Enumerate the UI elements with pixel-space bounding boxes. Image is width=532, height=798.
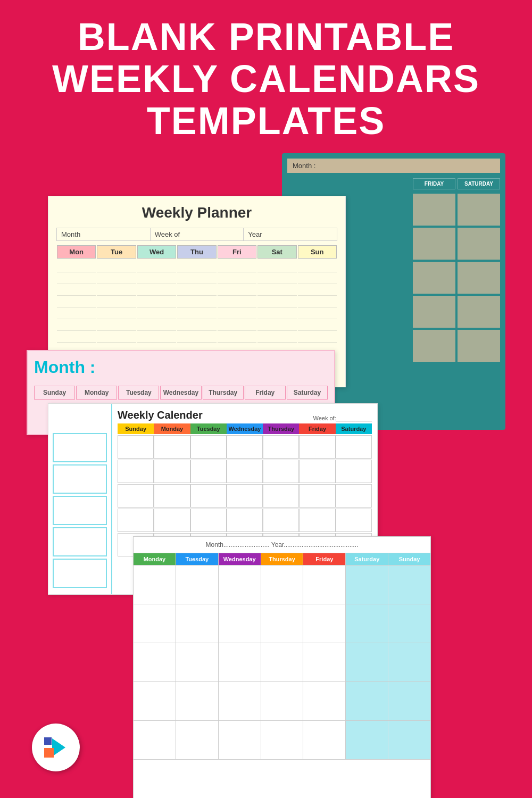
teal-cell — [458, 228, 500, 260]
planner-day-wed: Wed — [137, 245, 176, 259]
colorful-grid-row — [118, 509, 372, 532]
page-title: BLANK PRINTABLE WEEKLY CALENDARS TEMPLAT… — [21, 16, 511, 143]
weekly-planner-title: Weekly Planner — [56, 204, 337, 221]
colorful-day-thu: Thursday — [263, 423, 299, 434]
planner-week-of: Week of — [151, 228, 244, 240]
teal-cell — [413, 194, 455, 226]
calendars-container: Month : FRIDAY SATURDAY Weekly — [27, 153, 505, 765]
bottom-grid-row — [134, 721, 430, 760]
planner-col — [137, 261, 176, 343]
pink-day-sunday: Sunday — [34, 386, 75, 400]
colorful-day-wed: Wednesday — [227, 423, 263, 434]
pink-day-monday: Monday — [76, 386, 117, 400]
planner-meta-row: Month Week of Year — [56, 228, 337, 241]
svg-marker-0 — [52, 738, 65, 757]
colorful-week-of: Week of:___________ — [313, 415, 372, 421]
bottom-grid-row — [134, 682, 430, 721]
bottom-grid-row — [134, 604, 430, 643]
pink-day-saturday: Saturday — [287, 386, 328, 400]
left-cell — [53, 496, 107, 525]
planner-col — [298, 261, 337, 343]
planner-grid — [56, 261, 337, 343]
teal-col-friday — [413, 194, 455, 362]
planner-day-tue: Tue — [97, 245, 136, 259]
planner-month: Month — [57, 228, 151, 240]
bottom-day-sunday: Sunday — [388, 553, 430, 565]
pink-day-wednesday: Wednesday — [160, 386, 201, 400]
teal-cell — [413, 330, 455, 362]
colorful-days-header: Sunday Monday Tuesday Wednesday Thursday… — [118, 423, 372, 434]
colorful-day-mon: Monday — [154, 423, 190, 434]
teal-cell — [413, 262, 455, 294]
teal-cell — [413, 296, 455, 328]
teal-cell — [458, 262, 500, 294]
pink-day-thursday: Thursday — [203, 386, 244, 400]
bottom-day-thursday: Thursday — [261, 553, 304, 565]
teal-cell — [458, 330, 500, 362]
teal-cal-month-header: Month : — [287, 159, 500, 173]
colorful-day-fri: Friday — [299, 423, 335, 434]
logo — [32, 724, 80, 771]
planner-day-sat: Sat — [257, 245, 296, 259]
colorful-grid-row — [118, 435, 372, 459]
bottom-grid-rows — [134, 566, 430, 760]
teal-cell — [458, 296, 500, 328]
planner-col — [97, 261, 136, 343]
colorful-grid-row — [118, 460, 372, 483]
bottom-day-monday: Monday — [134, 553, 176, 565]
teal-cell — [458, 194, 500, 226]
teal-day-saturday: SATURDAY — [458, 178, 500, 189]
teal-cal-day-headers: FRIDAY SATURDAY — [287, 178, 500, 189]
colorful-day-sun: Sunday — [118, 423, 154, 434]
bottom-grid-days: Monday Tuesday Wednesday Thursday Friday… — [134, 553, 430, 566]
teal-day-friday: FRIDAY — [413, 178, 455, 189]
planner-day-sun: Sun — [298, 245, 337, 259]
colorful-day-sat: Saturday — [336, 423, 372, 434]
page-header: BLANK PRINTABLE WEEKLY CALENDARS TEMPLAT… — [0, 0, 532, 153]
bottom-grid-cal: Month.......................... Year....… — [133, 536, 431, 798]
bottom-grid-header: Month.......................... Year....… — [134, 537, 430, 553]
colorful-left-col — [48, 404, 112, 594]
planner-days-header: Mon Tue Wed Thu Fri Sat Sun — [56, 245, 337, 259]
svg-rect-1 — [44, 748, 54, 758]
bottom-grid-row — [134, 566, 430, 604]
pink-days-row: Sunday Monday Tuesday Wednesday Thursday… — [34, 386, 328, 400]
colorful-grid-row — [118, 484, 372, 508]
planner-day-mon: Mon — [57, 245, 96, 259]
left-cell — [53, 559, 107, 588]
colorful-title: Weekly Calender — [118, 409, 203, 421]
pink-month-title: Month : — [34, 358, 328, 377]
planner-col — [177, 261, 216, 343]
planner-day-thu: Thu — [177, 245, 216, 259]
planner-col — [57, 261, 96, 343]
teal-col-saturday — [458, 194, 500, 362]
planner-year: Year — [244, 228, 337, 240]
bottom-day-saturday: Saturday — [346, 553, 388, 565]
bottom-day-friday: Friday — [303, 553, 346, 565]
pink-day-friday: Friday — [245, 386, 286, 400]
bottom-day-tuesday: Tuesday — [176, 553, 219, 565]
left-cell — [53, 464, 107, 494]
planner-col — [218, 261, 256, 343]
planner-day-fri: Fri — [218, 245, 256, 259]
colorful-day-tue: Tuesday — [190, 423, 227, 434]
bottom-grid-row — [134, 643, 430, 682]
svg-rect-2 — [44, 737, 52, 745]
teal-cell — [413, 228, 455, 260]
pink-day-tuesday: Tuesday — [118, 386, 159, 400]
left-cell — [53, 527, 107, 556]
left-cell — [53, 433, 107, 462]
logo-svg — [41, 733, 71, 762]
bottom-day-wednesday: Wednesday — [219, 553, 261, 565]
colorful-title-row: Weekly Calender Week of:___________ — [118, 409, 372, 421]
planner-col — [257, 261, 296, 343]
